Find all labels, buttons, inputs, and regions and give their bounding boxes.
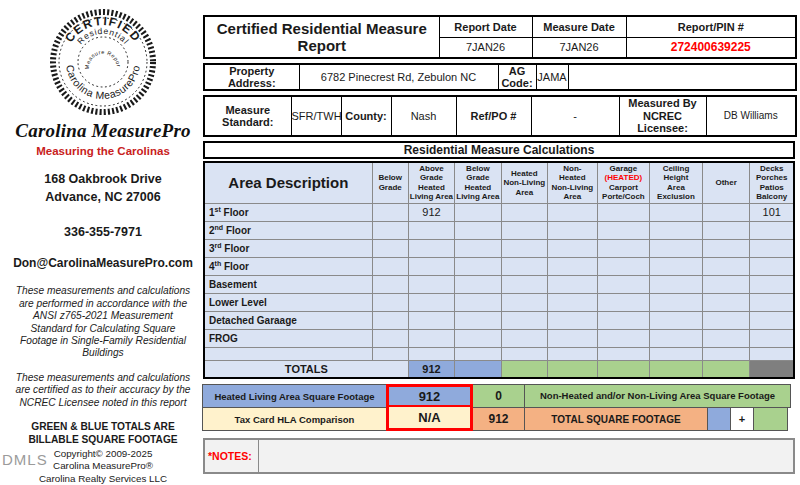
calc-cell (597, 293, 650, 311)
calc-cell (501, 257, 547, 275)
certification-disclaimer: These measurements and calculations are … (8, 372, 198, 409)
totals-label: TOTALS (204, 360, 408, 378)
calc-cell (650, 347, 703, 360)
calc-cell (408, 275, 454, 293)
calc-cell (372, 203, 408, 221)
brand-name: Carolina MeasurePro (8, 120, 198, 142)
ansi-disclaimer: These measurements and calculations are … (8, 285, 198, 360)
seal-center-text: Measure Report (84, 49, 122, 70)
calc-cell (548, 275, 598, 293)
county-label: County: (341, 96, 391, 136)
totals-cell: 912 (408, 360, 454, 378)
calc-cell (408, 329, 454, 347)
tax-card-label: Tax Card HLA Comparison (202, 407, 387, 431)
table-row: 4th Floor (204, 257, 794, 275)
totals-cell (702, 360, 750, 378)
calc-cell (548, 257, 598, 275)
calc-cell (408, 293, 454, 311)
calc-cell (702, 311, 750, 329)
green-legend-cell (753, 407, 788, 431)
calc-cell (372, 257, 408, 275)
col-header: HeatedNon-LivingArea (501, 162, 547, 203)
calc-cell (372, 275, 408, 293)
blue-legend-cell (707, 407, 731, 431)
table-row: 3rd Floor (204, 239, 794, 257)
measure-standard-label: Measure Standard: (204, 96, 291, 136)
totals-cell (548, 360, 598, 378)
calc-cell (408, 347, 454, 360)
calc-cell (455, 221, 501, 239)
measured-by-label-line1: Measured By (620, 97, 706, 110)
row-label: Basement (204, 275, 372, 293)
row-label: 1st Floor (204, 203, 372, 221)
calc-cell (408, 239, 454, 257)
notes-field (259, 440, 793, 472)
table-row: FROG (204, 329, 794, 347)
measure-date-label: Measure Date (532, 16, 626, 37)
seal-arc-bottom-text: Carolina MeasurePro (64, 64, 142, 102)
table-row: 1st Floor912101 (204, 203, 794, 221)
calc-cell (501, 329, 547, 347)
plus-sign: + (730, 407, 754, 431)
calc-cell (650, 257, 703, 275)
table-row: Basement (204, 275, 794, 293)
calc-cell (408, 311, 454, 329)
tax-card-value: N/A (386, 407, 473, 431)
totals-row: TOTALS912 (204, 360, 794, 378)
calc-cell (455, 347, 501, 360)
calc-cell (750, 293, 794, 311)
calc-cell (750, 239, 794, 257)
copyright-line-3: Carolina Realty Services LLC (8, 473, 198, 485)
col-header: Garage(HEATED)CarportPorte/Coch (597, 162, 650, 203)
calc-cell (548, 221, 598, 239)
calc-cell (501, 203, 547, 221)
calc-cell (650, 293, 703, 311)
calc-cell (597, 239, 650, 257)
svg-text:Carolina MeasurePro: Carolina MeasurePro (64, 64, 142, 102)
row-label: Lower Level (204, 293, 372, 311)
property-address-label: Property Address: (204, 64, 299, 90)
calc-cell (408, 221, 454, 239)
calc-cell (597, 275, 650, 293)
calc-cell (750, 257, 794, 275)
calc-cell (455, 293, 501, 311)
col-header-area-description: Area Description (204, 162, 372, 203)
calc-cell: 101 (750, 203, 794, 221)
calc-cell (650, 203, 703, 221)
row-label: 3rd Floor (204, 239, 372, 257)
calculations-header-row: Area DescriptionBelowGradeAboveGradeHeat… (204, 162, 794, 203)
calc-cell (548, 311, 598, 329)
ag-code-value: JAMA (536, 64, 568, 90)
row-label (204, 347, 372, 360)
calc-cell (750, 221, 794, 239)
calc-cell (750, 275, 794, 293)
report-body: Certified Residential Measure Report Rep… (203, 15, 795, 474)
totals-cell (597, 360, 650, 378)
report-header-table: Certified Residential Measure Report Rep… (203, 15, 797, 59)
row-label: Detached Garaage (204, 311, 372, 329)
calc-cell (501, 347, 547, 360)
calc-cell (597, 329, 650, 347)
calc-cell (408, 257, 454, 275)
calc-cell (650, 239, 703, 257)
heated-living-area-row: Heated Living Area Square Footage 912 0 … (203, 384, 795, 408)
table-row: 2nd Floor (204, 221, 794, 239)
col-header: BelowGrade (372, 162, 408, 203)
calc-cell (455, 203, 501, 221)
brand-tagline: Measuring the Carolinas (8, 145, 198, 157)
calc-cell (372, 329, 408, 347)
ag-code-label: AG Code: (498, 64, 536, 90)
total-sqft-label: TOTAL SQUARE FOOTAGE (524, 407, 708, 431)
calc-cell (597, 257, 650, 275)
calc-cell (597, 203, 650, 221)
report-date-label: Report Date (439, 16, 532, 37)
calc-cell (455, 239, 501, 257)
calc-cell (455, 311, 501, 329)
calc-cell (597, 311, 650, 329)
totals-cell (750, 360, 794, 378)
tax-card-row: Tax Card HLA Comparison N/A 912 TOTAL SQ… (203, 408, 795, 431)
calc-cell (702, 293, 750, 311)
calc-cell (501, 239, 547, 257)
calc-cell (650, 329, 703, 347)
row-label: 2nd Floor (204, 221, 372, 239)
